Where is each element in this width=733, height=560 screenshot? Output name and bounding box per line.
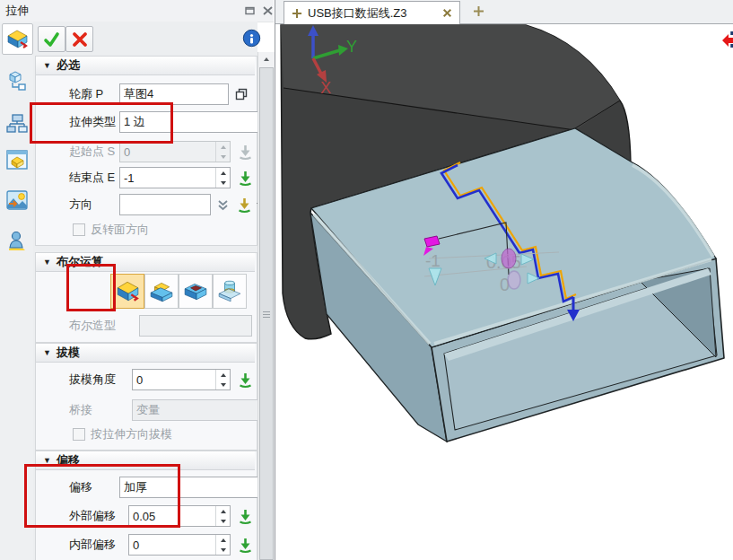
info-button[interactable] [242, 29, 261, 48]
ok-arrow-icon [237, 537, 254, 554]
boolean-shape-input[interactable] [140, 316, 251, 336]
row-profile: 轮廓 P [69, 83, 288, 106]
collapse-arrow-icon: ▼ [43, 258, 51, 267]
scrollbar-grip [263, 310, 270, 319]
boolean-shape-input-box [139, 315, 252, 337]
row-extrude-type: 拉伸类型 1 边 [69, 110, 288, 134]
extrude-icon[interactable] [5, 27, 29, 50]
end-point-input-box [119, 167, 231, 188]
boolean-op-intersect-button[interactable] [213, 274, 247, 309]
usb-connector-model: -1 0.05 0 [275, 24, 733, 560]
user-icon[interactable] [5, 229, 29, 252]
row-boolean-ops [69, 273, 288, 309]
dialog-sidebar [0, 22, 34, 560]
row-inner-offset: 内部偏移 [69, 533, 288, 556]
viewport: USB接口数据线.Z3 [275, 0, 733, 560]
spinner-icon[interactable] [215, 168, 230, 188]
collapse-arrow-icon: ▼ [43, 456, 51, 465]
ok-arrow-icon [237, 372, 254, 389]
model-canvas[interactable]: -1 0.05 0 [275, 24, 733, 560]
profile-input-box [119, 83, 229, 105]
section-header-required[interactable]: ▼ 必选 [36, 57, 255, 75]
direction-input-box [119, 194, 211, 215]
profile-input[interactable] [120, 84, 228, 104]
draft-angle-input[interactable] [133, 370, 215, 389]
inner-offset-input-box [128, 534, 231, 556]
scrollbar-thumb[interactable] [259, 67, 274, 560]
boolean-subtract-icon [183, 279, 208, 302]
tab-close-icon[interactable] [442, 8, 452, 18]
document-tab-active[interactable]: USB接口数据线.Z3 [284, 1, 460, 24]
collapse-arrow-icon: ▼ [43, 348, 51, 357]
axis-x-label: X [320, 79, 331, 97]
row-offset-type: 偏移 加厚 [69, 476, 288, 499]
boolean-op-base-button[interactable] [110, 274, 144, 309]
tab-plus-icon[interactable] [292, 8, 302, 19]
section-header-draft[interactable]: ▼ 拔模 [36, 344, 255, 363]
outer-offset-input-box [128, 505, 231, 527]
inner-offset-label: 内部偏移 [69, 537, 128, 553]
extrude-type-label: 拉伸类型 [69, 114, 119, 130]
boolean-op-subtract-button[interactable] [179, 274, 213, 309]
section-header-boolean[interactable]: ▼ 布尔运算 [36, 253, 255, 272]
flip-face-label: 反转面方向 [91, 222, 149, 238]
dock-arrow-icon[interactable] [722, 31, 733, 50]
extrude-type-combo[interactable]: 1 边 [119, 111, 281, 133]
bridge-value: 变量 [136, 402, 273, 418]
row-draft-angle: 拔模角度 [69, 368, 288, 391]
part-window-icon[interactable] [5, 148, 29, 171]
end-point-input[interactable] [120, 168, 215, 188]
confirm-button[interactable] [38, 26, 65, 52]
zw3d-window: 拉伸 [0, 0, 733, 560]
restore-icon[interactable] [242, 4, 257, 17]
flip-face-checkbox[interactable] [73, 223, 85, 236]
spinner-icon[interactable] [215, 370, 230, 389]
new-tab-plus-icon [473, 5, 484, 17]
row-direction: 方向 [69, 193, 288, 216]
draft-angle-label: 拔模角度 [69, 372, 132, 388]
start-point-input[interactable] [120, 142, 215, 162]
outer-offset-input[interactable] [129, 506, 215, 526]
spinner-icon[interactable] [215, 535, 230, 555]
spinner-icon[interactable] [215, 142, 230, 162]
section-header-offset[interactable]: ▼ 偏移 [36, 451, 255, 470]
info-icon [242, 29, 261, 48]
close-icon[interactable] [260, 4, 275, 17]
row-boolean-shape: 布尔造型 [69, 314, 288, 337]
bridge-label: 桥接 [69, 402, 132, 418]
boolean-shape-label: 布尔造型 [69, 318, 139, 334]
render-image-icon[interactable] [5, 188, 29, 212]
profile-label: 轮廓 P [69, 86, 119, 102]
offset-type-combo[interactable]: 加厚 [119, 477, 281, 498]
draft-angle-input-box [132, 369, 231, 390]
end-point-label: 结束点 E [69, 170, 119, 186]
document-tab-title: USB接口数据线.Z3 [308, 5, 437, 22]
boolean-op-add-button[interactable] [144, 274, 179, 309]
new-tab-button[interactable] [473, 5, 486, 19]
direction-input[interactable] [120, 195, 210, 214]
extrude-type-value: 1 边 [124, 114, 269, 130]
display-query-icon[interactable] [5, 69, 29, 92]
start-point-label: 起始点 S [69, 144, 119, 160]
boolean-base-icon [115, 279, 140, 302]
spinner-icon[interactable] [215, 506, 230, 526]
pick-copy-icon[interactable] [234, 87, 249, 101]
ok-arrow-icon-gold [236, 197, 253, 214]
ok-arrow-icon [237, 508, 254, 525]
draft-along-checkbox[interactable] [73, 428, 85, 441]
extrude-dialog-body: ▼ 必选 轮廓 P 拉伸类型 1 边 [33, 22, 257, 560]
panel-scrollbar[interactable] [257, 52, 275, 560]
draft-along-label: 按拉伸方向拔模 [91, 426, 172, 442]
offset-handle-icon[interactable] [508, 271, 520, 289]
history-manager-icon[interactable] [5, 112, 29, 136]
boolean-intersect-icon [217, 279, 242, 302]
offset-handle-icon[interactable] [502, 249, 516, 268]
scrollbar-up-icon[interactable] [258, 52, 275, 66]
inner-offset-input[interactable] [129, 535, 215, 555]
outer-offset-label: 外部偏移 [69, 508, 128, 524]
double-chevron-icon[interactable] [216, 198, 230, 212]
start-point-input-box [119, 141, 231, 162]
ok-arrow-icon [237, 170, 254, 187]
cancel-button[interactable] [65, 26, 93, 52]
document-tabbar: USB接口数据线.Z3 [275, 0, 733, 24]
